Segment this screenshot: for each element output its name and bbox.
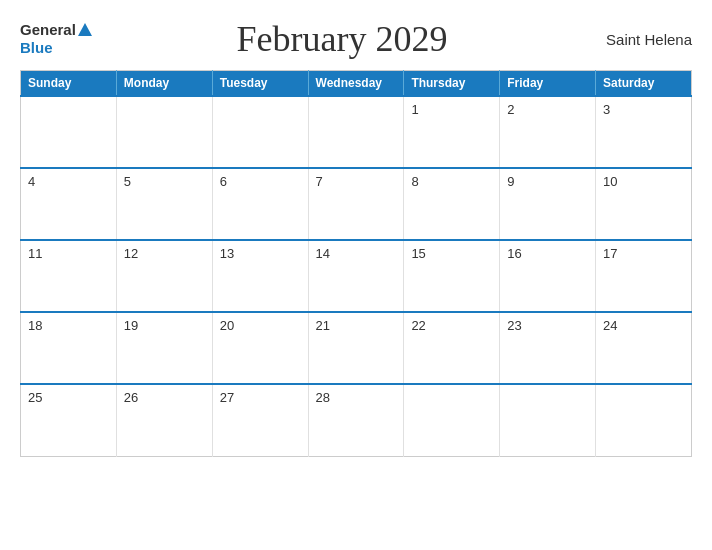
day-number: 3 — [603, 102, 610, 117]
calendar-cell: 22 — [404, 312, 500, 384]
day-number: 24 — [603, 318, 617, 333]
calendar-cell: 4 — [21, 168, 117, 240]
week-row-2: 45678910 — [21, 168, 692, 240]
calendar-cell: 21 — [308, 312, 404, 384]
day-number: 1 — [411, 102, 418, 117]
calendar-cell: 23 — [500, 312, 596, 384]
header-monday: Monday — [116, 71, 212, 97]
day-number: 10 — [603, 174, 617, 189]
calendar-cell: 26 — [116, 384, 212, 456]
calendar-cell: 28 — [308, 384, 404, 456]
calendar-cell: 20 — [212, 312, 308, 384]
calendar-cell: 25 — [21, 384, 117, 456]
header-wednesday: Wednesday — [308, 71, 404, 97]
calendar-cell — [500, 384, 596, 456]
day-number: 6 — [220, 174, 227, 189]
day-number: 19 — [124, 318, 138, 333]
calendar-cell: 1 — [404, 96, 500, 168]
day-number: 12 — [124, 246, 138, 261]
calendar-cell — [212, 96, 308, 168]
day-number: 27 — [220, 390, 234, 405]
calendar-cell: 18 — [21, 312, 117, 384]
calendar-cell: 27 — [212, 384, 308, 456]
calendar-cell: 24 — [596, 312, 692, 384]
logo-triangle-icon — [78, 23, 92, 36]
day-number: 8 — [411, 174, 418, 189]
day-number: 22 — [411, 318, 425, 333]
day-number: 14 — [316, 246, 330, 261]
calendar-title: February 2029 — [92, 18, 592, 60]
day-number: 9 — [507, 174, 514, 189]
calendar-cell: 7 — [308, 168, 404, 240]
weekday-header-row: Sunday Monday Tuesday Wednesday Thursday… — [21, 71, 692, 97]
week-row-5: 25262728 — [21, 384, 692, 456]
calendar-cell: 11 — [21, 240, 117, 312]
calendar-cell — [404, 384, 500, 456]
day-number: 20 — [220, 318, 234, 333]
week-row-1: 123 — [21, 96, 692, 168]
day-number: 17 — [603, 246, 617, 261]
calendar-page: General Blue February 2029 Saint Helena … — [0, 0, 712, 550]
calendar-cell: 16 — [500, 240, 596, 312]
day-number: 4 — [28, 174, 35, 189]
calendar-cell — [308, 96, 404, 168]
day-number: 26 — [124, 390, 138, 405]
week-row-3: 11121314151617 — [21, 240, 692, 312]
day-number: 21 — [316, 318, 330, 333]
calendar-cell: 6 — [212, 168, 308, 240]
day-number: 5 — [124, 174, 131, 189]
location-label: Saint Helena — [592, 31, 692, 48]
day-number: 2 — [507, 102, 514, 117]
calendar-table: Sunday Monday Tuesday Wednesday Thursday… — [20, 70, 692, 457]
day-number: 23 — [507, 318, 521, 333]
calendar-cell — [596, 384, 692, 456]
logo: General Blue — [20, 21, 92, 57]
day-number: 15 — [411, 246, 425, 261]
header: General Blue February 2029 Saint Helena — [20, 18, 692, 60]
day-number: 28 — [316, 390, 330, 405]
day-number: 11 — [28, 246, 42, 261]
calendar-cell: 19 — [116, 312, 212, 384]
calendar-cell: 2 — [500, 96, 596, 168]
calendar-cell: 10 — [596, 168, 692, 240]
header-friday: Friday — [500, 71, 596, 97]
day-number: 13 — [220, 246, 234, 261]
day-number: 7 — [316, 174, 323, 189]
calendar-cell: 13 — [212, 240, 308, 312]
calendar-cell: 17 — [596, 240, 692, 312]
logo-blue-text: Blue — [20, 39, 53, 57]
calendar-cell: 5 — [116, 168, 212, 240]
calendar-cell: 12 — [116, 240, 212, 312]
day-number: 18 — [28, 318, 42, 333]
header-tuesday: Tuesday — [212, 71, 308, 97]
day-number: 16 — [507, 246, 521, 261]
calendar-cell: 8 — [404, 168, 500, 240]
day-number: 25 — [28, 390, 42, 405]
header-thursday: Thursday — [404, 71, 500, 97]
week-row-4: 18192021222324 — [21, 312, 692, 384]
logo-general-text: General — [20, 21, 76, 39]
calendar-cell: 3 — [596, 96, 692, 168]
calendar-cell — [21, 96, 117, 168]
calendar-cell: 14 — [308, 240, 404, 312]
header-saturday: Saturday — [596, 71, 692, 97]
calendar-cell: 9 — [500, 168, 596, 240]
calendar-cell: 15 — [404, 240, 500, 312]
calendar-cell — [116, 96, 212, 168]
header-sunday: Sunday — [21, 71, 117, 97]
